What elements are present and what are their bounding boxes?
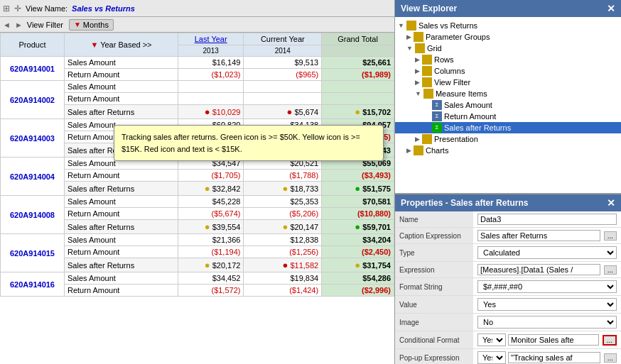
cell-015-sar-gt: ● $31,754 [322,258,394,272]
sidebar-item-salesamount[interactable]: Σ Sales Amount [395,99,621,111]
folder-icon [414,145,423,155]
right-panel: View Explorer ✕ ▼ Sales vs Returns ▶ Par… [395,0,621,364]
sidebar-item-columns[interactable]: ▶ Columns [395,65,621,77]
sidebar-item-salesafterreturns[interactable]: Σ Sales after Returns [395,122,621,133]
col-header-lastyear[interactable]: Last Year [178,33,244,45]
status-icon-green: ● [355,183,360,194]
prop-value-type: Calculated [473,244,621,262]
sidebar-item-root[interactable]: ▼ Sales vs Returns [395,20,621,31]
prop-ellipsis-caption[interactable]: ... [604,231,617,241]
prop-select-format[interactable]: $#,###,##0 [477,280,617,293]
prop-label-value: Value [395,296,473,314]
grid-container: Product ▼ Year Based >> Last Year Curren… [0,33,394,364]
prop-ellipsis-expression[interactable]: ... [604,265,617,275]
measure-label: Return Amount [65,285,178,297]
prop-input-name[interactable] [477,214,617,225]
properties-close-btn[interactable]: ✕ [607,197,615,209]
col-header-currentyear: Current Year [244,33,322,45]
product-link-004[interactable]: 620A914004 [10,172,55,181]
folder-icon [422,77,432,87]
prop-row-format: Format String $#,###,##0 [395,278,621,296]
prop-select-condformat-yn[interactable]: Yes [477,333,506,346]
prop-value-value: Yes [473,296,621,314]
prop-ellipsis-popup[interactable]: ... [604,353,617,363]
prop-input-condformat[interactable] [508,334,599,346]
prop-label-popup: Pop-up Expression [395,349,473,365]
sidebar-item-returnamount[interactable]: Σ Return Amount [395,111,621,122]
tree-item-label: Columns [434,67,465,75]
toolbar-move-icon: ✛ [14,4,21,13]
product-link-002[interactable]: 620A914002 [10,96,55,104]
product-cell-002: 620A914002 [1,81,65,119]
prop-row-expression: Expression ... [395,262,621,278]
cell-015-sar-ly: ● $20,172 [178,258,244,272]
sidebar-item-measureitems[interactable]: ▼ Measure Items [395,88,621,99]
cell-008-sa-cy: $25,353 [244,196,322,208]
product-cell-016: 620A914016 [1,272,65,297]
prop-input-expression[interactable] [477,264,600,275]
cell-001-ra-ly: ($1,023) [178,69,244,81]
expand-icon: ▶ [415,56,420,63]
measure-label: Sales after Returns [65,220,178,234]
table-row: 620A914015 Sales Amount $21,366 $12,838 … [1,234,394,246]
measure-label: Return Amount [65,69,178,81]
toolbar-row2: ◄ ► View Filter ▼ Months [0,17,394,33]
expand-icon: ▶ [415,136,420,143]
cell-002-sa-cy [244,81,322,93]
prop-input-popup[interactable] [508,352,600,363]
prop-ellipsis-condformat[interactable]: ... [603,335,617,346]
cell-001-sa-ly: $16,149 [178,57,244,69]
cell-016-ra-gt: ($2,996) [322,285,394,297]
sidebar-item-presentation[interactable]: ▶ Presentation [395,133,621,145]
cell-015-ra-ly: ($1,194) [178,246,244,258]
year-currentyear: 2014 [244,45,322,57]
filter-icon-yearbased: ▼ [90,40,98,49]
months-filter-btn[interactable]: ▼ Months [69,19,114,31]
status-icon-red: ● [282,260,288,270]
sidebar-item-charts[interactable]: ▶ Charts [395,145,621,156]
sidebar-item-paramgroups[interactable]: ▶ Parameter Groups [395,31,621,43]
sidebar-item-rows[interactable]: ▶ Rows [395,54,621,65]
folder-icon [422,55,432,65]
view-explorer-close-btn[interactable]: ✕ [607,3,615,14]
col-header-product: Product [1,33,65,57]
cell-002-sar-gt: ● $15,702 [322,105,394,119]
cell-015-ra-cy: ($1,256) [244,246,322,258]
table-row: 620A914008 Sales Amount $45,228 $25,353 … [1,196,394,208]
prop-label-image: Image [395,314,473,331]
measure-icon: Σ [432,100,442,110]
tree-item-label: Sales after Returns [444,123,511,132]
prop-value-image: No [473,314,621,331]
prop-select-value[interactable]: Yes [477,298,617,311]
cell-008-ra-ly: ($5,674) [178,208,244,220]
prop-label-format: Format String [395,278,473,296]
tree-item-label: Parameter Groups [426,33,490,41]
product-link-003[interactable]: 620A914003 [10,134,55,143]
col-header-grandtotal: Grand Total [322,33,394,45]
sidebar-item-grid[interactable]: ▼ Grid [395,43,621,54]
product-link-016[interactable]: 620A914016 [10,280,55,289]
product-cell-008: 620A914008 [1,196,65,234]
prop-select-popup-yn[interactable]: Yes [477,351,506,364]
cell-016-sa-gt: $54,286 [322,272,394,285]
product-link-008[interactable]: 620A914008 [10,211,55,219]
measure-label: Return Amount [65,93,178,105]
view-name-label: View Name: [26,4,68,13]
expand-icon: ▶ [406,147,411,154]
product-link-015[interactable]: 620A914015 [10,249,55,258]
prop-value-expression: ... [473,262,621,278]
measure-label: Sales after Returns [65,258,178,272]
cell-002-ra-ly [178,93,244,105]
sidebar-item-viewfilter[interactable]: ▶ View Filter [395,77,621,88]
view-title: Sales vs Returns [72,4,135,13]
product-link-001[interactable]: 620A914001 [10,65,55,73]
status-icon-yellow: ● [282,221,288,232]
cell-008-sar-gt: ● $59,701 [322,220,394,234]
prop-select-image[interactable]: No [477,316,617,329]
prop-value-format: $#,###,##0 [473,278,621,296]
measure-label: Sales Amount [65,81,178,93]
cell-004-ra-ly: ($1,705) [178,170,244,182]
prop-input-caption[interactable] [477,230,600,241]
folder-icon [414,32,423,42]
prop-select-type[interactable]: Calculated [477,246,617,259]
